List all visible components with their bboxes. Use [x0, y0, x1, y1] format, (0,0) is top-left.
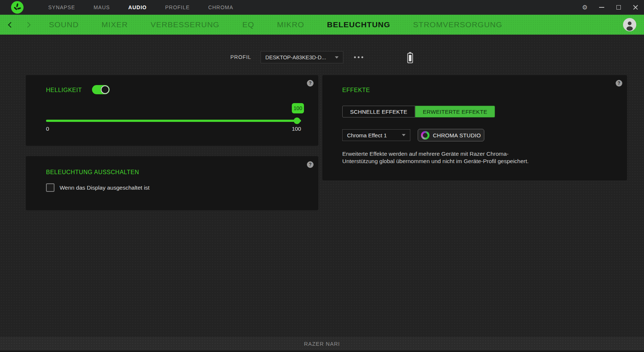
lights-off-title: BELEUCHTUNG AUSSCHALTEN	[46, 169, 139, 176]
effects-title: EFFEKTE	[342, 87, 370, 94]
segment-advanced-effects[interactable]: ERWEITERTE EFFEKTE	[415, 106, 495, 117]
brightness-panel: HELLIGKEIT ? 100 0 100	[26, 75, 318, 146]
chevron-down-icon	[335, 56, 339, 59]
chroma-effect-dropdown[interactable]: Chroma Effect 1	[342, 129, 410, 141]
device-footer: RAZER NARI	[0, 337, 644, 352]
chroma-studio-icon	[421, 131, 429, 140]
brightness-slider: 100 0 100	[26, 75, 318, 146]
device-name: RAZER NARI	[304, 341, 340, 347]
slider-min-label: 0	[46, 126, 49, 132]
more-options-icon[interactable]	[353, 54, 365, 60]
display-off-checkbox[interactable]	[46, 183, 54, 192]
slider-max-label: 100	[292, 126, 301, 132]
razer-synapse-window: SYNAPSE MAUS AUDIO PROFILE CHROMA ⚙ SOUN…	[0, 0, 644, 352]
chroma-effect-value: Chroma Effect 1	[347, 132, 402, 138]
slider-handle[interactable]	[294, 117, 300, 124]
chroma-studio-label: CHROMA STUDIO	[433, 132, 481, 138]
segment-quick-effects[interactable]: SCHNELLE EFFEKTE	[342, 106, 415, 117]
effects-panel: EFFEKTE ? SCHNELLE EFFEKTE ERWEITERTE EF…	[322, 75, 627, 180]
battery-icon	[407, 52, 413, 65]
effects-description: Erweiterte Effekte werden auf mehrere Ge…	[342, 150, 570, 165]
slider-track[interactable]	[46, 120, 301, 122]
profile-dropdown-value: DESKTOP-A83KE3D-D...	[265, 54, 335, 60]
profile-dropdown[interactable]: DESKTOP-A83KE3D-D...	[261, 51, 343, 63]
display-off-option[interactable]: Wenn das Display ausgeschaltet ist	[46, 183, 149, 192]
effects-segmented-control: SCHNELLE EFFEKTE ERWEITERTE EFFEKTE	[342, 106, 495, 117]
chevron-down-icon	[402, 134, 406, 136]
chroma-studio-button[interactable]: CHROMA STUDIO	[418, 129, 484, 141]
display-off-label: Wenn das Display ausgeschaltet ist	[60, 184, 149, 191]
lights-off-panel: BELEUCHTUNG AUSSCHALTEN ? Wenn das Displ…	[26, 156, 318, 210]
profile-row: PROFIL DESKTOP-A83KE3D-D...	[0, 0, 644, 33]
profile-label: PROFIL	[230, 54, 251, 60]
help-icon[interactable]: ?	[616, 80, 622, 87]
slider-value-badge: 100	[292, 103, 304, 113]
help-icon[interactable]: ?	[307, 161, 314, 168]
